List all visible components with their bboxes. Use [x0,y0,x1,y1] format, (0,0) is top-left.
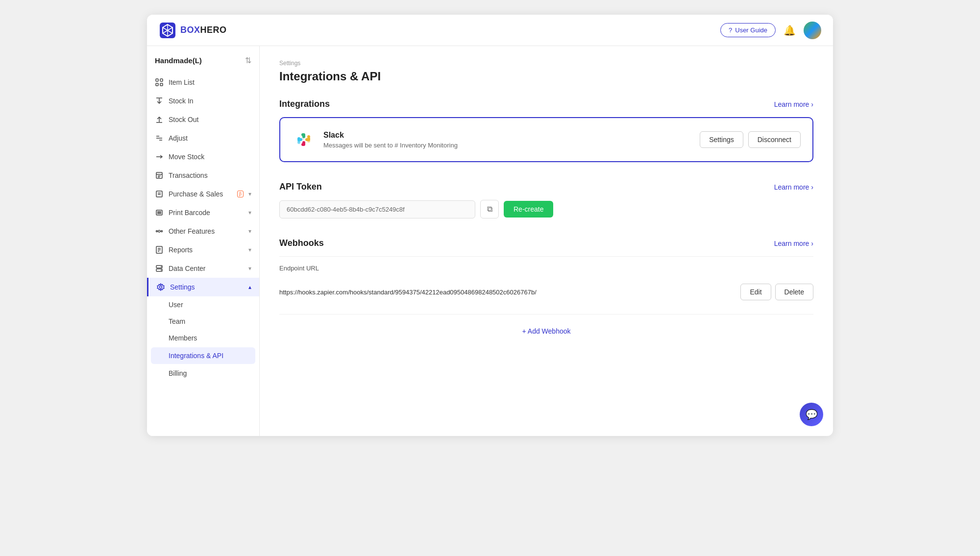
sidebar: Handmade(L) ⇅ Item List Stock In [147,46,260,436]
data-center-icon [155,264,164,273]
sub-item-label: Integrations & API [169,352,223,360]
sidebar-item-label: Reports [169,246,244,254]
svg-rect-49 [305,138,310,141]
sidebar-item-label: Stock In [169,97,251,105]
adjust-icon [155,134,164,143]
copy-icon: ⧉ [487,205,492,214]
svg-rect-54 [307,135,310,138]
app-header: BOXHERO ? User Guide 🔔 [147,15,833,46]
barcode-icon [155,208,164,217]
chevron-down-icon: ▾ [248,209,251,216]
sub-item-label: Billing [169,369,187,377]
api-token-section: API Token Learn more › ⧉ Re-create [279,182,813,218]
sidebar-sub-item-team[interactable]: Team [147,313,259,330]
sidebar-item-label: Other Features [169,227,244,235]
recreate-token-button[interactable]: Re-create [504,201,553,218]
webhooks-learn-more-link[interactable]: Learn more › [774,240,813,247]
api-token-input[interactable] [279,200,475,218]
slack-icon [292,128,316,151]
sidebar-item-adjust[interactable]: Adjust [147,129,259,147]
sidebar-item-label: Data Center [169,265,244,272]
avatar[interactable] [804,22,821,39]
webhook-url: https://hooks.zapier.com/hooks/standard/… [279,289,537,296]
sidebar-item-label: Print Barcode [169,209,244,217]
sidebar-item-label: Settings [170,283,244,291]
chevron-right-icon: › [811,183,813,191]
svg-point-29 [161,231,163,232]
svg-point-27 [158,230,160,232]
chevron-down-icon: ▾ [248,265,251,272]
sidebar-sub-item-members[interactable]: Members [147,330,259,346]
divider [279,256,813,257]
user-guide-button[interactable]: ? User Guide [720,23,776,37]
endpoint-url-label: Endpoint URL [279,265,813,272]
main-content: Settings Integrations & API Integrations… [260,46,833,373]
sidebar-item-label: Transactions [169,171,251,179]
sidebar-sub-item-user[interactable]: User [147,296,259,313]
notification-bell-icon[interactable]: 🔔 [784,24,796,36]
sidebar-item-settings[interactable]: Settings ▴ [147,278,259,296]
workspace-name: Handmade(L) [155,56,202,65]
sidebar-item-data-center[interactable]: Data Center ▾ [147,259,259,278]
sidebar-item-transactions[interactable]: Transactions [147,166,259,185]
svg-rect-5 [156,79,158,81]
svg-rect-50 [302,133,305,138]
stock-in-icon [155,97,164,105]
chat-support-button[interactable]: 💬 [800,403,823,426]
sidebar-item-stock-in[interactable]: Stock In [147,92,259,110]
api-token-title: API Token [279,182,322,192]
sidebar-item-label: Move Stock [169,153,251,161]
logo-text: BOXHERO [180,25,227,35]
slack-disconnect-button[interactable]: Disconnect [748,131,801,148]
chevron-up-icon: ▴ [248,284,251,290]
workspace-chevron-icon: ⇅ [245,56,251,65]
slack-description: Messages will be sent to # Inventory Mon… [323,142,692,149]
webhooks-section: Webhooks Learn more › Endpoint URL https… [279,238,813,340]
sidebar-item-label: Purchase & Sales [169,190,232,198]
workspace-selector[interactable]: Handmade(L) ⇅ [147,52,259,73]
sub-item-label: Team [169,317,185,325]
sidebar-item-other-features[interactable]: Other Features ▾ [147,222,259,241]
slack-actions: Settings Disconnect [700,131,801,148]
purchase-icon [155,190,164,198]
sidebar-nav: Item List Stock In Stock Out [147,73,259,382]
divider [279,314,813,314]
chevron-down-icon: ▾ [248,228,251,235]
svg-rect-53 [297,141,300,144]
add-webhook-button[interactable]: + Add Webhook [279,322,813,340]
sidebar-item-item-list[interactable]: Item List [147,73,259,92]
beta-badge: β [237,191,244,197]
webhook-edit-button[interactable]: Edit [740,284,771,300]
webhook-delete-button[interactable]: Delete [775,284,813,300]
svg-point-37 [161,270,162,271]
svg-rect-7 [156,83,158,86]
slack-name: Slack [323,131,692,140]
api-token-row: ⧉ Re-create [279,200,813,218]
logo-icon [159,22,176,39]
copy-token-button[interactable]: ⧉ [480,200,499,218]
sidebar-item-stock-out[interactable]: Stock Out [147,110,259,129]
sidebar-item-purchase-sales[interactable]: Purchase & Sales β ▾ [147,185,259,203]
svg-rect-6 [160,79,163,81]
slack-settings-button[interactable]: Settings [700,131,743,148]
integrations-title: Integrations [279,99,330,109]
sidebar-item-label: Stock Out [169,116,251,123]
sidebar-item-reports[interactable]: Reports ▾ [147,241,259,259]
settings-icon [156,283,165,291]
chevron-right-icon: › [811,240,813,247]
webhooks-title: Webhooks [279,238,324,248]
slack-integration-info: Slack Messages will be sent to # Invento… [323,131,692,149]
integrations-learn-more-link[interactable]: Learn more › [774,100,813,108]
chevron-down-icon: ▾ [248,246,251,253]
sub-item-label: Members [169,334,197,342]
sidebar-item-print-barcode[interactable]: Print Barcode ▾ [147,203,259,222]
sidebar-item-move-stock[interactable]: Move Stock [147,147,259,166]
sidebar-sub-item-billing[interactable]: Billing [147,365,259,382]
webhooks-section-header: Webhooks Learn more › [279,238,813,248]
integrations-section-header: Integrations Learn more › [279,99,813,109]
move-stock-icon [155,152,164,161]
svg-point-38 [160,286,162,289]
breadcrumb: Settings [279,60,813,67]
sidebar-sub-item-integrations-api[interactable]: Integrations & API [151,347,255,364]
api-token-learn-more-link[interactable]: Learn more › [774,183,813,191]
